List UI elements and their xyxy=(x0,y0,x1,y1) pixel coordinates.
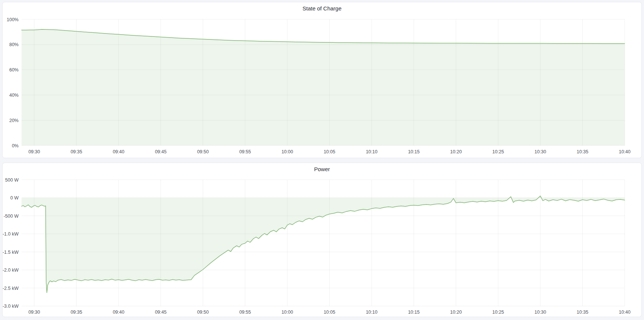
panel-title-power[interactable]: Power xyxy=(3,163,641,175)
x-axis-tick-label: 10:15 xyxy=(408,149,420,154)
x-axis-tick-label: 10:20 xyxy=(450,149,462,154)
y-axis-tick-label: -500 W xyxy=(4,214,19,219)
x-axis-tick-label: 10:05 xyxy=(324,149,335,154)
y-axis-tick-label: -3.0 kW xyxy=(3,304,19,309)
dashboard: State of Charge 100%80%60%40%20%0%09:300… xyxy=(0,0,644,320)
x-axis-tick-label: 09:45 xyxy=(155,310,166,315)
y-axis-tick-label: 80% xyxy=(9,42,19,47)
x-axis-tick-label: 09:50 xyxy=(197,149,208,154)
x-axis-tick-label: 10:25 xyxy=(492,310,504,315)
panel-title-state-of-charge[interactable]: State of Charge xyxy=(3,2,641,14)
y-axis-tick-label: -1.0 kW xyxy=(3,231,19,237)
x-axis-tick-label: 10:20 xyxy=(450,310,462,315)
y-axis-tick-label: 500 W xyxy=(5,177,19,183)
y-axis-tick-label: 0 W xyxy=(10,195,19,201)
x-axis-tick-label: 10:00 xyxy=(281,149,293,154)
x-axis-tick-label: 09:55 xyxy=(239,310,251,315)
x-axis-tick-label: 10:10 xyxy=(366,310,377,315)
series-area-fill xyxy=(22,29,625,145)
x-axis-tick-label: 10:00 xyxy=(281,310,293,315)
x-axis-tick-label: 09:45 xyxy=(155,149,166,154)
x-axis-tick-label: 09:35 xyxy=(71,149,82,154)
x-axis-tick-label: 10:35 xyxy=(577,310,588,315)
x-axis-tick-label: 09:50 xyxy=(197,310,208,315)
x-axis-tick-label: 10:30 xyxy=(534,149,546,154)
x-axis-tick-label: 09:30 xyxy=(28,310,40,315)
panel-state-of-charge: State of Charge 100%80%60%40%20%0%09:300… xyxy=(2,2,642,158)
x-axis-tick-label: 09:35 xyxy=(71,310,82,315)
series-0 xyxy=(22,29,625,145)
state-of-charge-chart-canvas[interactable]: 100%80%60%40%20%0%09:3009:3509:4009:4509… xyxy=(3,14,641,158)
x-axis-tick-label: 10:30 xyxy=(534,310,546,315)
x-axis-tick-label: 10:35 xyxy=(577,149,588,154)
x-axis-tick-label: 09:40 xyxy=(113,149,124,154)
x-axis-tick-label: 10:10 xyxy=(366,149,377,154)
x-axis-tick-label: 09:55 xyxy=(239,149,251,154)
y-axis-tick-label: 20% xyxy=(9,118,19,123)
x-axis-tick-label: 10:15 xyxy=(408,310,420,315)
x-axis-tick-label: 10:05 xyxy=(324,310,335,315)
y-axis-tick-label: 60% xyxy=(9,67,19,73)
x-axis-tick-label: 10:40 xyxy=(619,149,630,154)
y-axis-tick-label: 0% xyxy=(12,143,19,148)
y-axis-tick-label: 100% xyxy=(7,17,19,22)
panel-power: Power 500 W0 W-500 W-1.0 kW-1.5 kW-2.0 k… xyxy=(2,163,642,317)
x-axis-tick-label: 10:25 xyxy=(492,149,504,154)
y-axis-tick-label: -2.5 kW xyxy=(3,286,19,291)
series-area-fill xyxy=(22,196,625,293)
power-chart-canvas[interactable]: 500 W0 W-500 W-1.0 kW-1.5 kW-2.0 kW-2.5 … xyxy=(3,175,641,317)
x-axis-tick-label: 10:40 xyxy=(619,310,630,315)
y-axis-tick-label: -2.0 kW xyxy=(3,268,19,273)
x-axis-tick-label: 09:40 xyxy=(113,310,124,315)
y-axis-tick-label: 40% xyxy=(9,93,19,98)
y-axis-tick-label: -1.5 kW xyxy=(3,250,19,255)
x-axis-tick-label: 09:30 xyxy=(28,149,40,154)
series-1 xyxy=(22,196,625,293)
